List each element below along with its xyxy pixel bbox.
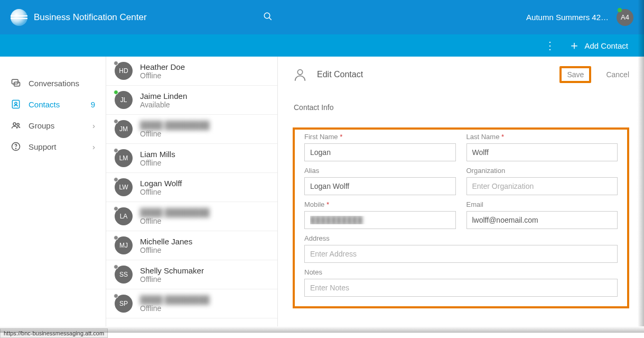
contact-status: Available xyxy=(140,101,187,109)
att-logo-icon xyxy=(11,9,27,26)
presence-dot-icon xyxy=(114,119,118,124)
sidebar-item-label: Conversations xyxy=(29,79,79,88)
notes-label: Notes xyxy=(304,268,618,276)
groups-icon xyxy=(11,120,21,131)
presence-dot-icon xyxy=(114,264,118,269)
search-button[interactable] xyxy=(263,12,273,23)
contact-info: ████ ████████Offline xyxy=(140,295,210,313)
app-header: Business Notification Center Autumn Summ… xyxy=(0,0,644,34)
svg-point-9 xyxy=(16,148,16,149)
logo-wrap: Business Notification Center xyxy=(11,9,147,26)
sidebar-item-count: 9 xyxy=(91,100,95,109)
contact-name: Shelly Schumaker xyxy=(140,266,204,275)
panel-title: Edit Contact xyxy=(317,70,363,79)
contact-status: Offline xyxy=(140,71,185,80)
email-label: Email xyxy=(466,200,618,208)
contact-avatar: JM xyxy=(115,120,133,138)
contact-status: Offline xyxy=(140,159,175,167)
contact-row[interactable]: LA████ ████████Offline xyxy=(106,202,277,231)
contact-row[interactable]: LMLiam MillsOffline xyxy=(106,144,277,173)
contact-info: Heather DoeOffline xyxy=(140,62,185,80)
contact-avatar: HD xyxy=(115,62,133,80)
presence-dot-icon xyxy=(114,148,118,153)
sidebar-item-conversations[interactable]: Conversations xyxy=(0,72,106,94)
person-icon xyxy=(293,67,307,82)
email-field[interactable] xyxy=(466,211,618,229)
contact-list[interactable]: HDHeather DoeOfflineJLJaime LindenAvaila… xyxy=(106,57,278,326)
sidebar-item-groups[interactable]: Groups› xyxy=(0,115,106,136)
add-contact-button[interactable]: ＋ Add Contact xyxy=(568,38,628,53)
sidebar-item-support[interactable]: Support› xyxy=(0,136,106,157)
chat-icon xyxy=(11,78,21,88)
save-button[interactable]: Save xyxy=(559,66,591,83)
notes-field-wrap: Notes xyxy=(304,268,618,297)
alias-label: Alias xyxy=(304,167,456,175)
contact-form: First Name * Last Name * Alias Organizat… xyxy=(293,127,629,308)
sidebar-item-contacts[interactable]: Contacts9 xyxy=(0,94,106,115)
first-name-label: First Name * xyxy=(304,133,456,141)
sidebar-item-label: Support xyxy=(29,142,57,151)
sidebar-nav: ConversationsContacts9Groups›Support› xyxy=(0,57,106,326)
contact-row[interactable]: LWLogan WolffOffline xyxy=(106,173,277,202)
contact-avatar: LA xyxy=(115,207,133,225)
contact-row[interactable]: HDHeather DoeOffline xyxy=(106,57,277,86)
support-icon xyxy=(11,141,21,152)
mobile-field[interactable] xyxy=(304,211,456,229)
contact-info: ████ ████████Offline xyxy=(140,208,210,225)
contact-row[interactable]: SP████ ████████Offline xyxy=(106,289,277,318)
sidebar-item-label: Contacts xyxy=(29,100,60,109)
last-name-field-wrap: Last Name * xyxy=(466,133,618,161)
alias-field[interactable] xyxy=(304,177,456,195)
cancel-button[interactable]: Cancel xyxy=(606,70,629,79)
address-field-wrap: Address xyxy=(304,234,618,263)
contact-row[interactable]: MJMichelle JanesOffline xyxy=(106,231,277,260)
address-field[interactable] xyxy=(304,245,618,263)
presence-dot-icon xyxy=(114,235,118,240)
search-icon xyxy=(263,12,273,21)
contact-info: Michelle JanesOffline xyxy=(140,237,192,254)
contact-status: Offline xyxy=(140,304,210,313)
contact-name: ████ ████████ xyxy=(140,121,210,130)
contact-name: ████ ████████ xyxy=(140,295,210,304)
organization-field[interactable] xyxy=(466,177,618,195)
organization-field-wrap: Organization xyxy=(466,167,618,195)
contact-row[interactable]: SSShelly SchumakerOffline xyxy=(106,260,277,289)
presence-dot-icon xyxy=(114,61,118,66)
contact-row[interactable]: JLJaime LindenAvailable xyxy=(106,86,277,115)
contact-status: Offline xyxy=(140,246,192,254)
contact-status: Offline xyxy=(140,217,210,225)
contact-status: Offline xyxy=(140,275,204,284)
contact-avatar: LW xyxy=(115,178,133,196)
contact-info-heading: Contact Info xyxy=(294,103,629,112)
contact-info: Shelly SchumakerOffline xyxy=(140,266,204,284)
contact-avatar: SP xyxy=(115,295,133,313)
header-user-name[interactable]: Autumn Summers 42… xyxy=(526,13,609,22)
contact-name: Jaime Linden xyxy=(140,92,187,101)
contact-avatar: SS xyxy=(115,266,133,284)
svg-point-7 xyxy=(17,123,19,125)
contact-info: Logan WolffOffline xyxy=(140,179,182,196)
svg-rect-2 xyxy=(12,79,18,84)
svg-point-10 xyxy=(297,70,302,75)
contact-status: Offline xyxy=(140,188,182,196)
contact-avatar: LM xyxy=(115,149,133,167)
svg-point-0 xyxy=(264,13,270,19)
svg-point-6 xyxy=(13,123,16,125)
contact-name: Liam Mills xyxy=(140,150,175,159)
presence-dot-icon xyxy=(114,206,118,211)
contact-avatar: MJ xyxy=(115,236,133,254)
notes-field[interactable] xyxy=(304,279,618,297)
status-bar: https://bnc-businessmessaging.att.com xyxy=(0,328,108,338)
contact-name: Michelle Janes xyxy=(140,237,192,246)
chevron-right-icon: › xyxy=(92,121,95,130)
contacts-icon xyxy=(11,99,21,109)
more-menu-button[interactable]: ⋮ xyxy=(545,40,555,51)
first-name-field[interactable] xyxy=(304,143,456,161)
last-name-field[interactable] xyxy=(466,143,618,161)
header-avatar[interactable]: A4 xyxy=(617,9,633,26)
app-title: Business Notification Center xyxy=(34,12,147,23)
add-contact-label: Add Contact xyxy=(584,41,628,50)
contact-row[interactable]: JM████ ████████Offline xyxy=(106,115,277,144)
address-label: Address xyxy=(304,234,618,242)
svg-point-5 xyxy=(15,102,17,104)
